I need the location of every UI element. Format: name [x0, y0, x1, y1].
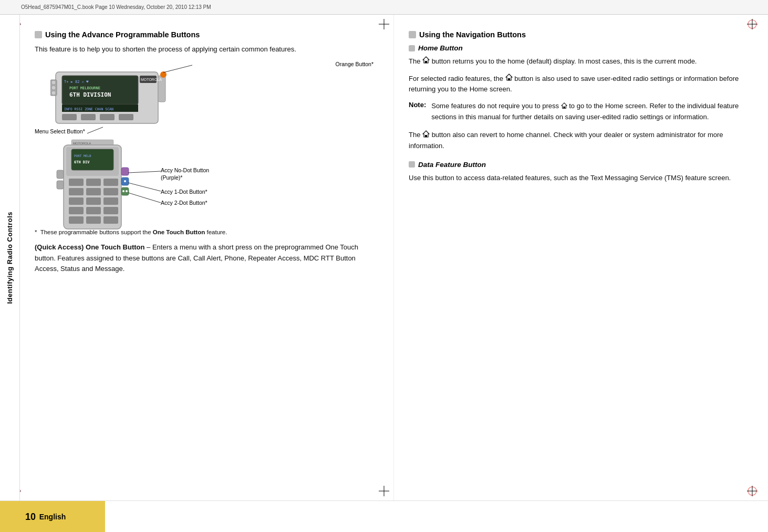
svg-rect-33	[119, 114, 133, 120]
home-icon-2	[505, 74, 513, 84]
svg-text:T+ ► 82 ✍ ♥: T+ ► 82 ✍ ♥	[64, 80, 89, 84]
left-section-title: Using the Advance Programmable Buttons	[35, 30, 379, 39]
svg-rect-60	[57, 181, 64, 189]
svg-rect-56	[69, 216, 84, 224]
svg-rect-58	[103, 216, 118, 224]
home-button-heading: Home Button	[409, 44, 753, 52]
left-intro-text: This feature is to help you to shorten t…	[35, 44, 379, 55]
language-label: English	[39, 513, 66, 521]
right-section-title: Using the Navigation Buttons	[409, 30, 753, 39]
data-feature-heading-text: Data Feature Button	[418, 161, 486, 169]
home-button-heading-text: Home Button	[418, 44, 463, 52]
callout-accy-1dot: Accy 1-Dot Button*	[161, 189, 207, 195]
svg-rect-46	[103, 179, 118, 186]
svg-point-20	[51, 91, 56, 95]
svg-rect-57	[86, 216, 101, 224]
main-content: Using the Advance Programmable Buttons T…	[20, 15, 768, 500]
svg-rect-47	[69, 188, 84, 195]
svg-rect-31	[81, 114, 96, 120]
home-para3: The button also can revert to home chann…	[409, 130, 753, 151]
page-header: O5Head_6875947M01_C.book Page 10 Wednesd…	[0, 0, 768, 15]
note-block: Note: Some features do not require you t…	[409, 101, 753, 122]
svg-rect-77	[425, 135, 427, 137]
radio-bottom-device: MOTOROLA PORT MELB 6TH DIV	[56, 139, 150, 232]
radio-top-svg: T+ ► 82 ✍ ♥ PORT MELBOURNE 6TH DIVISION …	[50, 69, 171, 127]
svg-rect-41	[71, 149, 113, 170]
radio-illustration: Orange Button* T+ ► 82 ✍ ♥	[35, 61, 379, 224]
right-section-icon	[409, 31, 416, 38]
quick-access-heading: (Quick Access) One Touch Button	[35, 243, 144, 251]
data-feature-heading: Data Feature Button	[409, 161, 753, 169]
sidebar: Identifying Radio Controls	[0, 15, 20, 500]
page-number: 10	[25, 512, 36, 523]
svg-text:6TH DIVISION: 6TH DIVISION	[69, 91, 111, 98]
svg-text:MOTOROLA: MOTOROLA	[73, 142, 91, 145]
svg-point-64	[124, 180, 126, 182]
svg-rect-48	[86, 188, 101, 195]
svg-text:6TH DIV: 6TH DIV	[74, 160, 90, 164]
svg-text:PORT MELB: PORT MELB	[74, 154, 91, 158]
svg-text:MOTOROLA: MOTOROLA	[141, 78, 162, 81]
callout-accy-nodot: Accy No-Dot Button(Purple)*	[161, 167, 209, 181]
home-icon-3	[422, 130, 430, 141]
callout-accy-2dot: Accy 2-Dot Button*	[161, 200, 207, 206]
svg-rect-53	[69, 207, 84, 214]
language-tab: English	[0, 501, 105, 532]
data-feature-icon	[409, 161, 415, 168]
home-para1: The button returns you to the home (defa…	[409, 56, 753, 67]
left-column: Using the Advance Programmable Buttons T…	[20, 15, 394, 500]
quick-access-text: (Quick Access) One Touch Button – Enters…	[35, 242, 379, 274]
bottom-bar: English 10	[0, 500, 768, 532]
svg-point-66	[126, 190, 128, 192]
radio-bottom-svg: MOTOROLA PORT MELB 6TH DIV	[56, 139, 150, 231]
svg-rect-49	[103, 188, 118, 195]
data-feature-text: Use this button to access data-related f…	[409, 173, 753, 183]
radio-top-device: T+ ► 82 ✍ ♥ PORT MELBOURNE 6TH DIVISION …	[50, 69, 171, 129]
svg-rect-52	[103, 197, 118, 205]
svg-rect-32	[100, 114, 115, 120]
svg-rect-71	[425, 61, 427, 63]
callout-orange-button: Orange Button*	[336, 61, 373, 67]
svg-rect-44	[69, 179, 84, 186]
home-button-icon	[409, 45, 415, 51]
svg-text:PORT MELBOURNE: PORT MELBOURNE	[69, 86, 100, 90]
note-text: Some features do not require you to pres…	[431, 101, 753, 122]
svg-point-18	[51, 80, 56, 85]
svg-rect-55	[103, 207, 118, 214]
callout-menu-select: Menu Select Button*	[35, 128, 85, 134]
svg-rect-51	[86, 197, 101, 205]
svg-rect-75	[563, 107, 565, 108]
right-column: Using the Navigation Buttons Home Button…	[394, 15, 768, 500]
right-section-title-text: Using the Navigation Buttons	[419, 30, 526, 39]
header-text: O5Head_6875947M01_C.book Page 10 Wednesd…	[21, 4, 211, 10]
sidebar-label: Identifying Radio Controls	[6, 212, 14, 304]
svg-rect-50	[69, 197, 84, 205]
svg-rect-73	[508, 78, 510, 80]
home-icon-1	[422, 56, 430, 67]
svg-point-19	[51, 86, 56, 90]
svg-rect-54	[86, 207, 101, 214]
home-para2: For selected radio features, the button …	[409, 74, 753, 95]
svg-point-65	[122, 190, 124, 192]
home-icon-note	[561, 101, 567, 112]
svg-rect-59	[57, 170, 64, 179]
svg-rect-30	[62, 114, 77, 120]
svg-rect-61	[121, 168, 129, 175]
svg-rect-45	[86, 179, 101, 186]
left-section-title-text: Using the Advance Programmable Buttons	[45, 30, 200, 39]
footnote-bold: One Touch Button	[153, 229, 205, 235]
svg-point-34	[160, 71, 167, 78]
svg-text:INFO  RSSI  ZONE  CHAN  SCAN: INFO RSSI ZONE CHAN SCAN	[64, 107, 113, 111]
left-section-icon	[35, 31, 42, 38]
note-label: Note:	[409, 101, 426, 122]
